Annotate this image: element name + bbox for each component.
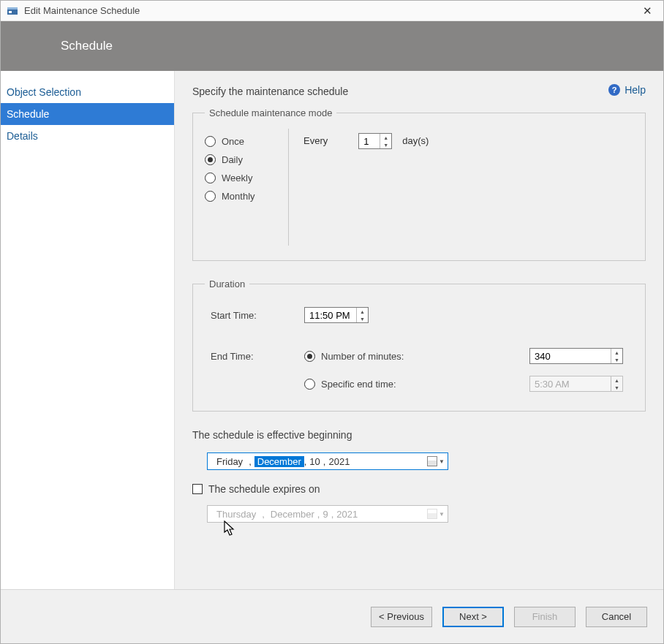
radio-daily-label: Daily [222,154,243,165]
duration-group: Duration Start Time: ▲▼ End Time: [192,279,646,412]
wizard-footer: < Previous Next > Finish Cancel [1,589,663,643]
expires-date-picker: Thursday , December , 9 , 2021 ▼ [207,505,448,523]
radio-weekly-label: Weekly [222,173,252,183]
chevron-down-icon: ▼ [380,141,391,148]
end-minutes-label: Number of minutes: [321,351,404,362]
start-time-label: Start Time: [211,310,304,321]
expires-checkbox[interactable] [192,484,203,494]
specific-end-input [530,376,611,391]
spinner-arrows[interactable]: ▲▼ [380,134,391,148]
dialog-body: Object Selection Schedule Details ? Help… [1,71,663,589]
end-specific-label: Specific end time: [321,379,396,390]
calendar-button[interactable]: ▼ [427,456,445,466]
radio-daily[interactable]: Daily [205,154,288,165]
spinner-arrows[interactable]: ▲▼ [611,349,622,363]
help-icon: ? [608,84,620,96]
radio-once[interactable]: Once [205,136,288,147]
date-day[interactable]: 10 [306,456,322,467]
banner-title: Schedule [61,39,113,53]
close-button[interactable]: ✕ [637,4,657,18]
minutes-spinner[interactable]: ▲▼ [529,348,623,364]
radio-icon [304,351,315,362]
cancel-button[interactable]: Cancel [586,607,647,627]
instruction-text: Specify the maintenance schedule [192,86,646,97]
wizard-sidebar: Object Selection Schedule Details [1,71,175,589]
every-label: Every [303,133,328,146]
radio-monthly[interactable]: Monthly [205,191,288,202]
finish-button: Finish [514,607,576,627]
chevron-down-icon: ▼ [357,315,368,322]
expire-weekday: Thursday [214,509,259,520]
date-weekday[interactable]: Friday [214,456,246,467]
end-time-label: End Time: [211,351,304,362]
next-button[interactable]: Next > [442,607,504,627]
previous-button[interactable]: < Previous [371,607,432,627]
specific-end-spinner: ▲▼ [529,376,623,392]
schedule-detail-panel: Every ▲▼ day(s) [289,129,633,246]
chevron-up-icon: ▲ [611,349,622,356]
radio-end-specific[interactable]: Specific end time: [304,379,396,390]
duration-legend: Duration [205,279,249,289]
radio-monthly-label: Monthly [222,191,255,202]
chevron-down-icon: ▼ [611,384,622,391]
start-time-input[interactable] [305,308,356,322]
sidebar-item-details[interactable]: Details [1,125,174,147]
wizard-banner: Schedule [1,21,663,71]
date-month[interactable]: December [254,456,304,467]
calendar-icon [427,509,437,519]
radio-icon [205,136,216,147]
radio-end-minutes[interactable]: Number of minutes: [304,351,404,362]
radio-weekly[interactable]: Weekly [205,173,288,183]
dialog-window: Edit Maintenance Schedule ✕ Schedule Obj… [0,0,664,644]
svg-rect-2 [9,11,12,13]
chevron-up-icon: ▲ [380,134,391,141]
spinner-arrows[interactable]: ▲▼ [356,308,368,322]
help-link[interactable]: ? Help [608,84,646,96]
effective-beginning-label: The schedule is effective beginning [192,429,646,441]
schedule-mode-group: Schedule maintenance mode Once Daily [192,107,646,261]
date-year[interactable]: 2021 [325,456,352,467]
chevron-up-icon: ▲ [611,376,622,384]
calendar-icon [427,456,437,466]
sidebar-item-object-selection[interactable]: Object Selection [1,81,174,103]
sidebar-item-schedule[interactable]: Schedule [1,103,174,125]
radio-icon [205,154,216,165]
radio-once-label: Once [222,136,244,147]
unit-label: day(s) [402,133,429,146]
chevron-down-icon: ▼ [439,511,445,518]
effective-date-picker[interactable]: Friday , December , 10 , 2021 ▼ [207,452,448,470]
titlebar: Edit Maintenance Schedule ✕ [1,1,663,21]
help-label: Help [625,84,646,96]
expire-month: December [268,509,317,520]
window-title: Edit Maintenance Schedule [24,5,637,16]
radio-icon [205,173,216,183]
radio-icon [304,379,315,390]
chevron-down-icon: ▼ [611,356,622,363]
every-days-spinner[interactable]: ▲▼ [358,133,392,149]
chevron-down-icon: ▼ [439,458,445,465]
start-time-spinner[interactable]: ▲▼ [304,307,369,323]
svg-rect-1 [7,7,18,10]
radio-icon [205,191,216,202]
expires-checkbox-label[interactable]: The schedule expires on [208,483,320,495]
every-days-input[interactable] [359,134,380,148]
schedule-mode-legend: Schedule maintenance mode [205,107,336,118]
expire-day: 9 [320,509,331,520]
schedule-mode-radios: Once Daily Weekly Monthly [205,129,289,246]
minutes-input[interactable] [530,349,611,363]
spinner-arrows: ▲▼ [611,376,622,391]
chevron-up-icon: ▲ [357,308,368,315]
wizard-content: ? Help Specify the maintenance schedule … [175,71,663,589]
calendar-button: ▼ [427,509,445,519]
expire-year: 2021 [333,509,361,520]
app-icon [7,5,18,17]
